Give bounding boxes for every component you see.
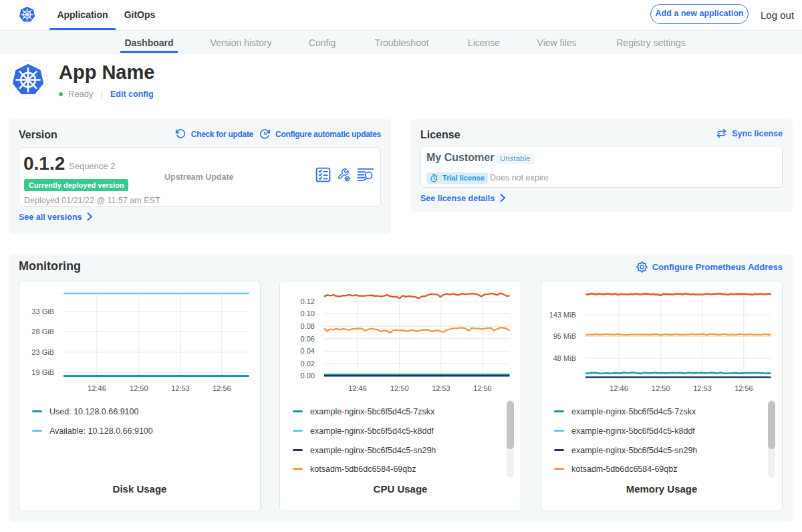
svg-text:48 MiB: 48 MiB (553, 354, 576, 362)
svg-text:0.10: 0.10 (301, 309, 315, 317)
svg-text:0.06: 0.06 (301, 335, 315, 343)
svg-text:19 GiB: 19 GiB (31, 368, 54, 376)
svg-text:23 GiB: 23 GiB (31, 348, 54, 356)
svg-text:0.04: 0.04 (301, 347, 315, 355)
svg-text:12:50: 12:50 (130, 384, 148, 392)
svg-text:28 GiB: 28 GiB (31, 327, 54, 336)
svg-text:12:46: 12:46 (610, 384, 628, 392)
svg-text:12:53: 12:53 (432, 384, 450, 392)
svg-text:12:50: 12:50 (652, 384, 670, 392)
svg-text:0.08: 0.08 (301, 322, 315, 330)
svg-text:33 GiB: 33 GiB (31, 307, 54, 315)
svg-text:12:46: 12:46 (88, 384, 106, 392)
svg-text:95 MiB: 95 MiB (553, 332, 576, 340)
svg-text:12:56: 12:56 (473, 384, 492, 392)
svg-text:12:53: 12:53 (171, 384, 190, 392)
svg-text:12:56: 12:56 (213, 384, 231, 392)
svg-text:12:56: 12:56 (734, 384, 753, 392)
svg-text:0.00: 0.00 (301, 372, 315, 380)
svg-text:0.12: 0.12 (301, 297, 315, 305)
svg-text:0.02: 0.02 (301, 360, 315, 368)
svg-text:12:46: 12:46 (348, 384, 367, 392)
svg-text:143 MiB: 143 MiB (549, 311, 576, 319)
svg-text:12:53: 12:53 (693, 384, 712, 392)
svg-text:12:50: 12:50 (390, 384, 409, 392)
